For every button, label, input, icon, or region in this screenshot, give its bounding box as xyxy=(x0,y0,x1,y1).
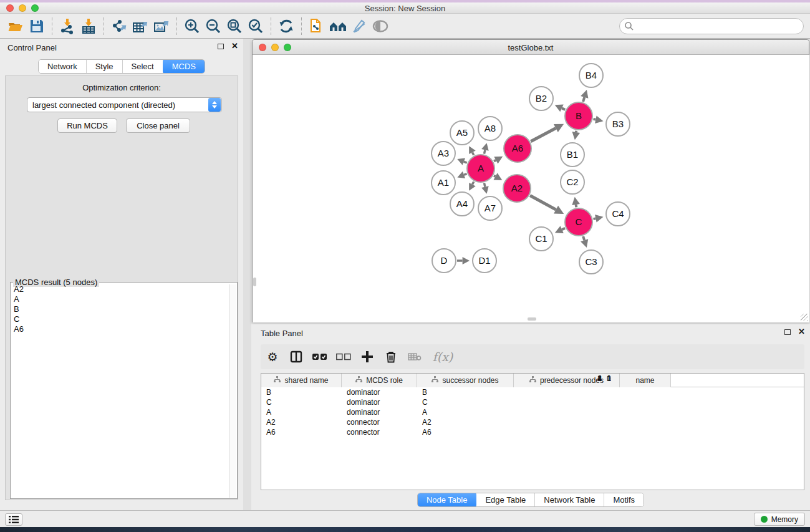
settings-gear-icon[interactable]: ⚙ xyxy=(261,346,284,367)
edge-B-B4[interactable] xyxy=(583,97,584,102)
tab-motifs[interactable]: Motifs xyxy=(604,493,644,506)
memory-button[interactable]: Memory xyxy=(754,513,805,526)
graph-node-C[interactable]: C xyxy=(565,208,592,236)
edge-A-A4[interactable] xyxy=(472,181,473,184)
open-session-icon[interactable] xyxy=(5,16,26,36)
zoom-selected-icon[interactable] xyxy=(245,16,266,36)
tab-select[interactable]: Select xyxy=(123,60,163,73)
column-header-successor-nodes[interactable]: successor nodes xyxy=(417,374,514,387)
edge-A-A6[interactable] xyxy=(494,160,496,162)
graph-node-C2[interactable]: C2 xyxy=(561,170,584,194)
table-cell[interactable]: A2 xyxy=(417,417,468,427)
column-header-shared-name[interactable]: shared name xyxy=(261,374,342,387)
session-snapshot-icon[interactable] xyxy=(306,16,327,36)
graph-node-D[interactable]: D xyxy=(432,249,456,273)
edge-A6-B[interactable] xyxy=(531,128,556,141)
vertical-scroll-thumb[interactable] xyxy=(253,278,256,286)
graph-node-B[interactable]: B xyxy=(565,102,592,130)
panel-splitter[interactable] xyxy=(243,39,251,510)
horizontal-scroll-thumb[interactable] xyxy=(528,317,536,321)
close-table-panel-icon[interactable]: ✕ xyxy=(798,329,805,335)
table-cell[interactable]: connector xyxy=(342,417,417,427)
edge-A2-C[interactable] xyxy=(530,195,556,210)
export-image-icon[interactable] xyxy=(151,16,172,36)
zoom-in-icon[interactable] xyxy=(181,16,203,36)
graph-node-D1[interactable]: D1 xyxy=(473,249,496,273)
tab-node-table[interactable]: Node Table xyxy=(417,493,478,507)
table-cell[interactable]: A xyxy=(261,407,342,417)
graph-node-B3[interactable]: B3 xyxy=(606,112,630,136)
resize-grip[interactable] xyxy=(801,314,808,321)
column-header-name[interactable]: name xyxy=(620,374,671,387)
tab-style[interactable]: Style xyxy=(87,60,123,73)
table-cell[interactable]: dominator xyxy=(342,397,417,407)
graph-node-A8[interactable]: A8 xyxy=(478,117,502,140)
delete-row-icon[interactable] xyxy=(379,346,403,367)
table-cell[interactable]: 1 xyxy=(513,374,619,490)
edge-C-C2[interactable] xyxy=(576,205,577,207)
graph-node-A[interactable]: A xyxy=(467,155,494,182)
table-row[interactable]: A6connector11A6 xyxy=(261,427,804,437)
graph-node-C4[interactable]: C4 xyxy=(606,202,630,226)
table-cell[interactable]: connector xyxy=(342,427,417,437)
column-header-MCDS-role[interactable]: MCDS role xyxy=(342,374,417,387)
graph-node-A3[interactable]: A3 xyxy=(432,142,455,165)
export-network-icon[interactable] xyxy=(108,16,130,36)
mcds-result-item[interactable]: A2 xyxy=(11,284,229,294)
network-window-titlebar[interactable]: testGlobe.txt xyxy=(253,40,809,55)
edge-A-A7[interactable] xyxy=(484,183,485,186)
network-canvas[interactable]: B4B2BB3A8A5A6A3B1AA1C2A2A4A7C4CC1C3DD1 xyxy=(253,55,809,322)
table-cell[interactable]: A xyxy=(417,407,468,417)
graph-node-A2[interactable]: A2 xyxy=(503,175,531,202)
mcds-result-item[interactable]: C xyxy=(11,314,229,324)
select-all-icon[interactable] xyxy=(308,346,332,367)
edge-C-C1[interactable] xyxy=(562,228,565,230)
graph-node-A4[interactable]: A4 xyxy=(450,192,474,216)
show-hide-column-icon[interactable] xyxy=(284,346,308,367)
function-builder-icon[interactable]: f(x) xyxy=(427,346,459,367)
zoom-out-icon[interactable] xyxy=(203,16,224,36)
delete-table-icon[interactable] xyxy=(403,346,427,367)
task-history-icon[interactable] xyxy=(5,513,22,526)
edge-A-A1[interactable] xyxy=(464,174,467,175)
float-panel-icon[interactable] xyxy=(218,44,224,49)
edge-C-C3[interactable] xyxy=(583,236,584,240)
tab-network[interactable]: Network xyxy=(39,60,87,73)
birdseye-view-icon[interactable] xyxy=(370,16,391,36)
graph-node-B2[interactable]: B2 xyxy=(529,87,553,110)
table-cell[interactable]: A6 xyxy=(417,427,468,437)
criterion-dropdown[interactable]: largest connected component (directed) xyxy=(27,97,222,112)
search-input[interactable] xyxy=(619,18,804,34)
mcds-result-item[interactable]: B xyxy=(11,304,229,314)
deselect-all-icon[interactable] xyxy=(332,346,355,367)
float-table-panel-icon[interactable] xyxy=(784,329,791,335)
import-table-icon[interactable] xyxy=(78,16,99,36)
tab-mcds[interactable]: MCDS xyxy=(163,59,205,74)
tab-edge-table[interactable]: Edge Table xyxy=(476,493,535,506)
table-cell[interactable]: C xyxy=(261,397,342,407)
table-cell[interactable]: B xyxy=(261,387,342,397)
export-table-icon[interactable] xyxy=(130,16,151,36)
run-mcds-button[interactable]: Run MCDS xyxy=(57,118,117,133)
save-session-icon[interactable] xyxy=(26,16,47,36)
edge-A-A8[interactable] xyxy=(484,150,485,153)
list-scrollbar[interactable] xyxy=(229,284,236,498)
edge-A-A5[interactable] xyxy=(472,152,473,155)
import-network-icon[interactable] xyxy=(57,16,78,36)
mcds-result-item[interactable]: A xyxy=(11,294,229,304)
hide-labels-icon[interactable] xyxy=(349,16,370,36)
table-cell[interactable]: A6 xyxy=(261,427,342,437)
graph-node-A6[interactable]: A6 xyxy=(504,135,531,162)
graph-node-B4[interactable]: B4 xyxy=(579,64,603,87)
close-panel-button[interactable]: Close panel xyxy=(126,118,190,133)
table-cell[interactable]: B xyxy=(417,387,468,397)
graph-node-C3[interactable]: C3 xyxy=(579,250,603,274)
add-row-icon[interactable] xyxy=(355,346,379,367)
edge-B-B2[interactable] xyxy=(562,108,565,109)
graph-node-C1[interactable]: C1 xyxy=(529,227,553,251)
refresh-icon[interactable] xyxy=(276,16,297,36)
edge-A-A2[interactable] xyxy=(494,176,495,177)
graph-node-A5[interactable]: A5 xyxy=(450,121,474,145)
edge-A-A3[interactable] xyxy=(464,162,467,163)
close-panel-icon[interactable]: ✕ xyxy=(231,43,238,49)
